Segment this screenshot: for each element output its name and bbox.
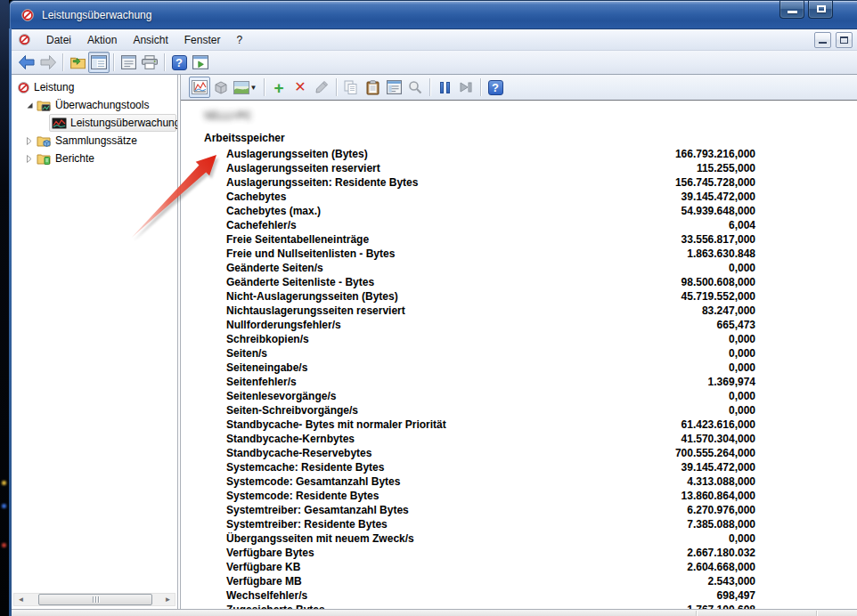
counter-value: 1.863.630.848	[687, 247, 755, 260]
desktop-icon-speck	[2, 481, 6, 485]
freeze-display-icon	[440, 82, 450, 93]
counter-row[interactable]: Cachebytes 39.145.472,000	[226, 190, 755, 204]
freeze-display-button[interactable]	[434, 77, 455, 98]
scroll-left-arrow-icon[interactable]: ◄	[14, 594, 28, 605]
forward-icon	[39, 54, 57, 70]
sidebar-item-sammlungssaetze[interactable]: Sammlungssätze	[24, 132, 137, 150]
counter-row[interactable]: Verfügbare MB 2.543,000	[226, 574, 755, 588]
counter-row[interactable]: Seitenfehler/s 1.369,974	[226, 375, 755, 389]
counter-row[interactable]: Systemcode: Residente Bytes 13.860.864,0…	[226, 489, 755, 503]
menu-fenster[interactable]: Fenster	[176, 30, 229, 50]
counter-row[interactable]: Systemtreiber: Residente Bytes 7.385.088…	[226, 517, 755, 531]
performance-graph-icon	[52, 117, 67, 130]
counter-row[interactable]: Standbycache-Reservebytes 700.555.264,00…	[226, 446, 755, 460]
counter-row[interactable]: Nicht-Auslagerungsseiten (Bytes) 45.719.…	[226, 289, 755, 304]
expander-expanded-icon[interactable]	[24, 102, 35, 109]
counter-row[interactable]: Geänderte Seitenliste - Bytes 98.500.608…	[226, 275, 755, 289]
counter-row[interactable]: Seiteneingabe/s 0,000	[226, 361, 755, 375]
back-button[interactable]	[16, 52, 37, 73]
scrollbar-track[interactable]	[28, 594, 161, 605]
expander-collapsed-icon[interactable]	[24, 137, 35, 145]
menu-datei[interactable]: Datei	[38, 30, 79, 50]
counter-row[interactable]: Seiten-Schreibvorgänge/s 0,000	[226, 403, 755, 417]
counter-value: 83.247,000	[702, 304, 755, 317]
update-data-button[interactable]	[455, 77, 477, 98]
zoom-button[interactable]	[404, 77, 426, 98]
counter-row[interactable]: Wechselfehler/s 698,497	[226, 588, 755, 603]
counter-value: 7.385.088,000	[687, 518, 755, 531]
properties-icon	[121, 55, 136, 69]
help-button[interactable]: ?	[168, 52, 190, 73]
perfmon-window: Leistungsüberwachung Datei Aktion Ansich…	[9, 0, 857, 616]
view-log-data-button[interactable]	[210, 77, 232, 98]
scrollbar-thumb[interactable]	[38, 594, 152, 605]
menu-aktion[interactable]: Aktion	[79, 30, 125, 50]
update-data-icon	[459, 81, 473, 93]
counter-row[interactable]: Systemcache: Residente Bytes 39.145.472,…	[226, 460, 755, 474]
counter-value: 0,000	[729, 390, 755, 402]
delete-counter-button[interactable]: ✕	[290, 77, 311, 98]
counter-row[interactable]: Nullforderungsfehler/s 665,473	[226, 318, 755, 332]
counter-row[interactable]: Standbycache-Kernbytes 41.570.304,000	[226, 432, 755, 446]
counter-row[interactable]: Systemcode: Gesamtanzahl Bytes 4.313.088…	[226, 474, 755, 489]
help-button[interactable]: ?	[485, 77, 506, 98]
change-graph-type-button[interactable]: ▼	[232, 77, 260, 98]
tree-item-label: Berichte	[55, 152, 94, 165]
counter-row[interactable]: Systemtreiber: Gesamtanzahl Bytes 6.270.…	[226, 503, 755, 517]
counter-name: Verfügbare MB	[226, 575, 302, 588]
scroll-right-arrow-icon[interactable]: ►	[161, 594, 175, 605]
help-icon: ?	[172, 55, 187, 70]
properties-button[interactable]	[118, 52, 139, 73]
properties-button[interactable]	[383, 77, 404, 98]
titlebar[interactable]: Leistungsüberwachung	[9, 0, 857, 28]
show-console-tree-button[interactable]	[88, 52, 110, 73]
counter-name: Geänderte Seitenliste - Bytes	[226, 276, 374, 288]
counter-row[interactable]: Verfügbare KB 2.604.668,000	[226, 560, 755, 574]
sidebar-item-leistungsueberwachung[interactable]: Leistungsüberwachung	[52, 114, 177, 132]
highlight-button[interactable]	[311, 77, 332, 98]
menu-ansicht[interactable]: Ansicht	[125, 30, 175, 50]
show-action-pane-button[interactable]	[190, 52, 211, 73]
counter-row[interactable]: Seiten/s 0,000	[226, 346, 755, 361]
perfmon-icon	[18, 33, 31, 46]
counter-row[interactable]: Zugesicherte Bytes 1.767.100.608	[226, 603, 755, 609]
add-counter-button[interactable]: +	[268, 77, 290, 98]
report-view: \\ELLI-PC Arbeitsspeicher Auslagerungsse…	[181, 101, 857, 609]
minimize-button[interactable]	[779, 1, 804, 19]
counter-row[interactable]: Freie und Nullseitenlisten - Bytes 1.863…	[226, 247, 755, 261]
view-current-activity-button[interactable]	[189, 77, 210, 98]
counter-row[interactable]: Seitenlesevorgänge/s 0,000	[226, 389, 755, 403]
counter-value: 0,000	[729, 532, 755, 545]
counter-row[interactable]: Schreibkopien/s 0,000	[226, 332, 755, 346]
counter-row[interactable]: Verfügbare Bytes 2.667.180.032	[226, 546, 755, 560]
counter-row[interactable]: Cachefehler/s 6,004	[226, 218, 755, 232]
forward-button[interactable]	[37, 52, 59, 73]
counter-row[interactable]: Nichtauslagerungsseiten reserviert 83.24…	[226, 304, 755, 318]
counter-value: 6,004	[729, 219, 755, 231]
expander-collapsed-icon[interactable]	[24, 155, 35, 163]
counter-row[interactable]: Standbycache- Bytes mit normaler Priorit…	[226, 417, 755, 432]
minimize-icon	[788, 11, 797, 13]
counter-row[interactable]: Cachebytes (max.) 54.939.648,000	[226, 204, 755, 218]
counter-row[interactable]: Auslagerungsseiten: Residente Bytes 156.…	[226, 175, 755, 190]
export-list-button[interactable]	[67, 52, 88, 73]
paste-counter-list-button[interactable]	[362, 77, 383, 98]
counter-row[interactable]: Auslagerungsseiten reserviert 115.255,00…	[226, 161, 755, 175]
child-minimize-button[interactable]	[814, 32, 831, 48]
tree-horizontal-scrollbar[interactable]: ◄ ►	[13, 593, 175, 606]
sidebar-item-ueberwachungstools[interactable]: Überwachungstools	[24, 96, 149, 114]
counter-row[interactable]: Freie Seitentabelleneinträge 33.556.817,…	[226, 232, 755, 247]
counter-row[interactable]: Auslagerungsseiten (Bytes) 166.793.216,0…	[226, 147, 755, 161]
sidebar-item-berichte[interactable]: Berichte	[24, 150, 94, 167]
counter-value: 0,000	[729, 262, 755, 274]
child-maximize-button[interactable]	[836, 32, 853, 48]
counter-row[interactable]: Übergangsseiten mit neuem Zweck/s 0,000	[226, 531, 755, 546]
counter-row[interactable]: Geänderte Seiten/s 0,000	[226, 261, 755, 275]
copy-properties-button[interactable]	[340, 77, 362, 98]
counter-name: Verfügbare KB	[226, 561, 300, 573]
menu-hilfe[interactable]: ?	[228, 30, 250, 50]
sidebar-item-leistung[interactable]: Leistung	[17, 78, 74, 96]
maximize-button[interactable]	[808, 1, 833, 19]
delete-icon: ✕	[294, 80, 306, 94]
print-button[interactable]	[139, 52, 160, 73]
